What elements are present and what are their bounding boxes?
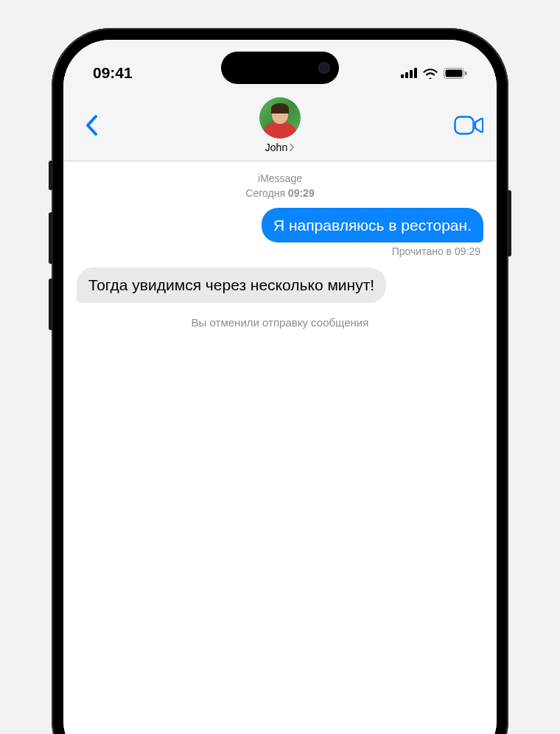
back-button[interactable] — [77, 111, 106, 140]
message-row-outgoing: Я направляюсь в ресторан. — [77, 208, 483, 242]
svg-rect-0 — [401, 74, 404, 78]
nav-header: John — [63, 91, 497, 161]
contact-name: John — [265, 141, 287, 153]
service-label: iMessage — [77, 172, 483, 186]
front-camera-icon — [318, 62, 330, 74]
status-time: 09:41 — [93, 64, 133, 82]
mute-switch[interactable] — [49, 161, 53, 190]
message-row-incoming: Тогда увидимся через несколько минут! — [77, 268, 483, 302]
svg-rect-7 — [455, 117, 474, 134]
avatar — [259, 97, 301, 139]
wifi-icon — [422, 67, 438, 79]
status-indicators — [401, 67, 467, 79]
volume-up-button[interactable] — [49, 212, 53, 264]
battery-icon — [444, 68, 467, 79]
power-button[interactable] — [507, 190, 511, 256]
read-receipt: Прочитано в 09:29 — [77, 245, 483, 257]
message-bubble-outgoing[interactable]: Я направляюсь в ресторан. — [262, 208, 483, 242]
svg-rect-6 — [465, 71, 467, 75]
thread-meta: iMessage Сегодня 09:29 — [77, 172, 483, 200]
screen: 09:41 — [63, 40, 497, 734]
chevron-left-icon — [85, 114, 98, 136]
facetime-button[interactable] — [454, 111, 483, 140]
svg-rect-5 — [446, 69, 463, 77]
phone-frame: 09:41 — [52, 28, 508, 734]
messages-area[interactable]: iMessage Сегодня 09:29 Я направляюсь в р… — [63, 161, 497, 734]
volume-down-button[interactable] — [49, 279, 53, 330]
svg-rect-3 — [414, 68, 417, 78]
thread-timestamp: Сегодня 09:29 — [77, 186, 483, 201]
svg-rect-2 — [410, 70, 413, 78]
contact-name-row: John — [265, 141, 295, 153]
chevron-right-icon — [289, 143, 295, 152]
unsend-notice: Вы отменили отправку сообщения — [77, 316, 483, 329]
cellular-signal-icon — [401, 68, 417, 78]
video-camera-icon — [454, 116, 483, 135]
message-bubble-incoming[interactable]: Тогда увидимся через несколько минут! — [77, 268, 386, 302]
dynamic-island — [221, 52, 339, 84]
contact-info[interactable]: John — [259, 97, 301, 153]
svg-rect-1 — [405, 72, 408, 78]
